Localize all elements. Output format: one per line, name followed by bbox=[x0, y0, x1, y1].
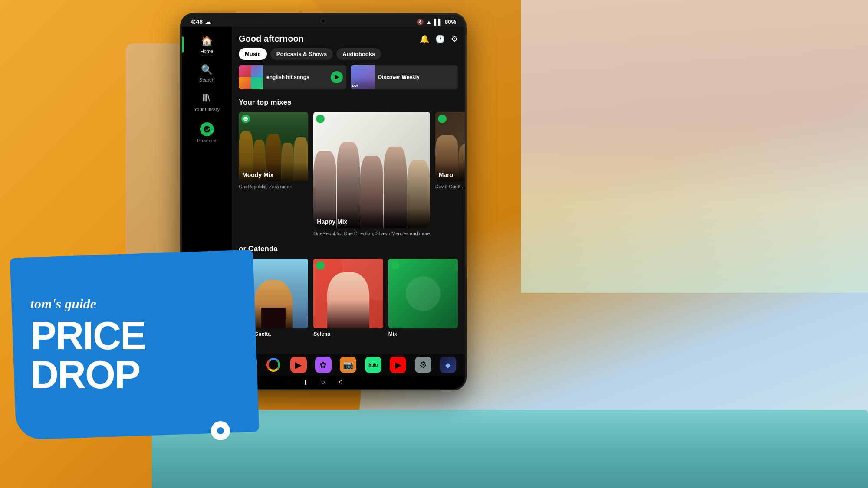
english-hits-art bbox=[239, 65, 263, 89]
nav-home-icon[interactable]: ○ bbox=[321, 378, 325, 386]
tag-hole-inner bbox=[217, 427, 224, 434]
status-right: 🔇 ▲ ▌▌ 80% bbox=[417, 19, 456, 25]
settings-icon[interactable]: ⚙ bbox=[451, 34, 458, 44]
app-chrome[interactable] bbox=[265, 357, 282, 373]
tab-music[interactable]: Music bbox=[239, 48, 267, 60]
badge-line2: DROP bbox=[30, 355, 239, 394]
mix-card-happy[interactable]: Happy Mix OneRepublic, One Direction, Sh… bbox=[313, 112, 430, 236]
for-grid: David Guetta bbox=[232, 259, 465, 337]
status-time: 4:48 bbox=[191, 18, 203, 25]
for-card-greenmix[interactable]: Mix bbox=[388, 259, 458, 337]
library-icon bbox=[202, 93, 212, 105]
moody-subtitle: OneRepublic, Zara more bbox=[239, 184, 308, 189]
art-q4 bbox=[251, 77, 263, 89]
for-card-selena[interactable]: Selena bbox=[313, 259, 383, 337]
happy-overlay: Happy Mix bbox=[313, 209, 430, 228]
header-icons: 🔔 🕐 ⚙ bbox=[420, 34, 458, 44]
nav-menu-icon[interactable]: ⫿ bbox=[304, 378, 308, 386]
spotify-badge-happy bbox=[316, 115, 325, 123]
greenmix-title: Mix bbox=[388, 331, 458, 337]
svg-rect-0 bbox=[203, 94, 204, 102]
for-section-title: or Gatenda bbox=[232, 243, 465, 259]
chrome-ring bbox=[266, 358, 280, 372]
front-camera bbox=[321, 18, 326, 23]
app-purple[interactable]: ✿ bbox=[315, 357, 332, 373]
search-label: Search bbox=[199, 77, 214, 82]
happy-subtitle: OneRepublic, One Direction, Shawn Mendes… bbox=[313, 231, 430, 236]
wall-right bbox=[521, 0, 868, 293]
sidebar-item-library[interactable]: Your Library bbox=[182, 88, 232, 116]
sidebar-item-home[interactable]: 🏠 Home bbox=[182, 31, 232, 58]
spotify-badge-greenmix bbox=[391, 261, 400, 270]
home-label: Home bbox=[201, 49, 213, 54]
greeting: Good afternoon bbox=[239, 34, 304, 44]
brand-name: tom's guide bbox=[30, 296, 239, 312]
maro-art: Maro bbox=[435, 112, 465, 181]
content-area: Good afternoon 🔔 🕐 ⚙ Music Podcasts & Sh… bbox=[232, 27, 465, 354]
quick-item-discover[interactable]: DW Discover Weekly bbox=[351, 65, 458, 89]
spotify-badge-maro bbox=[438, 115, 447, 123]
mixes-grid: Moody Mix OneRepublic, Zara more bbox=[232, 112, 465, 243]
app-youtube[interactable]: ▶ bbox=[390, 357, 406, 373]
hulu-label: hulu bbox=[368, 363, 378, 367]
moody-art: Moody Mix bbox=[239, 112, 308, 181]
moody-overlay: Moody Mix bbox=[239, 162, 308, 181]
english-hits-label: english hit songs bbox=[266, 74, 327, 80]
badge-line1: PRICE bbox=[30, 316, 239, 355]
bell-icon[interactable]: 🔔 bbox=[420, 34, 429, 44]
wifi-icon: ▲ bbox=[426, 19, 432, 25]
art-q2 bbox=[251, 65, 263, 77]
happy-title: Happy Mix bbox=[317, 218, 347, 225]
app-hulu[interactable]: hulu bbox=[365, 357, 381, 373]
maro-overlay: Maro bbox=[435, 162, 465, 181]
selena-title: Selena bbox=[313, 331, 383, 337]
maro-title: Maro bbox=[439, 171, 453, 178]
app-settings[interactable]: ⚙ bbox=[415, 357, 431, 373]
svg-rect-1 bbox=[205, 94, 207, 102]
status-notification: ☁ bbox=[205, 19, 211, 25]
shelf bbox=[152, 410, 868, 488]
content-header: Good afternoon 🔔 🕐 ⚙ bbox=[232, 27, 465, 48]
spotify-badge-moody bbox=[241, 115, 250, 123]
play-button-english[interactable] bbox=[331, 71, 343, 83]
green-mix-art bbox=[388, 259, 458, 328]
app-camera[interactable]: 📷 bbox=[340, 357, 356, 373]
top-mixes-title: Your top mixes bbox=[232, 96, 465, 112]
library-label: Your Library bbox=[194, 107, 220, 112]
tag-hole bbox=[211, 421, 230, 440]
app-galaxy[interactable]: ◆ bbox=[440, 357, 456, 373]
home-icon: 🏠 bbox=[201, 36, 213, 47]
discover-label: Discover Weekly bbox=[378, 74, 458, 80]
mix-card-maro[interactable]: Maro David Guett... Ellie Goldin... bbox=[435, 112, 465, 236]
battery: 80% bbox=[445, 19, 456, 25]
spotify-logo-icon bbox=[200, 122, 214, 136]
nav-back-icon[interactable]: < bbox=[338, 378, 342, 386]
tab-audiobooks[interactable]: Audiobooks bbox=[336, 48, 381, 60]
moody-title: Moody Mix bbox=[242, 171, 273, 178]
quick-item-english-hits[interactable]: english hit songs bbox=[239, 65, 346, 89]
sidebar-item-search[interactable]: 🔍 Search bbox=[182, 60, 232, 87]
sidebar-item-premium[interactable]: Premium bbox=[182, 118, 232, 147]
status-left: 4:48 ☁ bbox=[191, 18, 211, 25]
app-red[interactable]: ▶ bbox=[290, 357, 307, 373]
mute-icon: 🔇 bbox=[417, 19, 424, 25]
discover-art: DW bbox=[351, 65, 375, 89]
badge-content: tom's guide PRICE DROP bbox=[13, 254, 256, 436]
tab-podcasts[interactable]: Podcasts & Shows bbox=[270, 48, 333, 60]
premium-label: Premium bbox=[197, 138, 216, 143]
price-drop-badge: tom's guide PRICE DROP bbox=[13, 254, 256, 436]
happy-art: Happy Mix bbox=[313, 112, 430, 228]
maro-subtitle: David Guett... Ellie Goldin... bbox=[435, 184, 465, 189]
mix-card-moody[interactable]: Moody Mix OneRepublic, Zara more bbox=[239, 112, 308, 236]
art-q1 bbox=[239, 65, 251, 77]
signal-icon: ▌▌ bbox=[434, 19, 442, 25]
search-icon: 🔍 bbox=[201, 64, 213, 75]
selena-art bbox=[313, 259, 383, 328]
filter-tabs: Music Podcasts & Shows Audiobooks bbox=[232, 48, 465, 65]
art-q3 bbox=[239, 77, 251, 89]
quick-access: english hit songs DW bbox=[232, 65, 465, 96]
clock-icon[interactable]: 🕐 bbox=[435, 34, 445, 44]
